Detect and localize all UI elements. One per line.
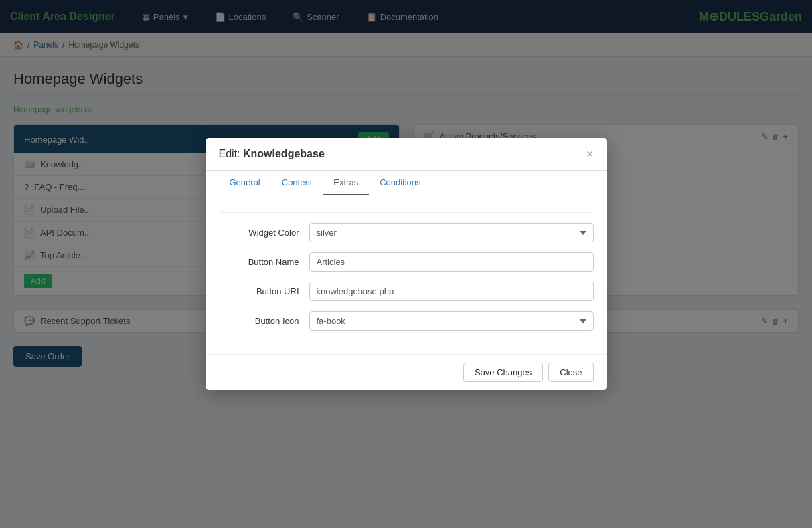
modal-body: Widget Color silver blue green red defau… — [206, 195, 607, 354]
widget-color-select[interactable]: silver blue green red default — [309, 223, 594, 242]
modal-overlay: Edit: Knowledgebase × General Content Ex… — [0, 0, 812, 380]
button-name-group: Button Name — [219, 252, 594, 272]
modal-footer: Save Changes Close — [206, 354, 607, 380]
button-uri-group: Button URI — [219, 282, 594, 301]
divider — [219, 212, 594, 213]
tab-general[interactable]: General — [219, 171, 271, 195]
button-icon-label: Button Icon — [219, 316, 299, 326]
close-button[interactable]: Close — [548, 363, 593, 380]
button-name-input[interactable] — [309, 252, 594, 272]
tab-content[interactable]: Content — [271, 171, 323, 195]
modal-tabs: General Content Extras Conditions — [206, 171, 607, 195]
tab-extras[interactable]: Extras — [323, 171, 369, 195]
tab-conditions[interactable]: Conditions — [369, 171, 431, 195]
button-icon-select[interactable]: fa-book fa-star fa-cog fa-home fa-user — [309, 311, 594, 331]
modal-title: Edit: Knowledgebase — [219, 148, 325, 160]
modal-header: Edit: Knowledgebase × — [206, 138, 607, 171]
button-icon-group: Button Icon fa-book fa-star fa-cog fa-ho… — [219, 311, 594, 331]
modal-close-button[interactable]: × — [586, 148, 594, 160]
button-name-label: Button Name — [219, 257, 299, 267]
widget-color-label: Widget Color — [219, 228, 299, 238]
button-uri-label: Button URI — [219, 286, 299, 296]
widget-color-group: Widget Color silver blue green red defau… — [219, 223, 594, 242]
button-uri-input[interactable] — [309, 282, 594, 301]
save-changes-button[interactable]: Save Changes — [463, 363, 543, 380]
modal-dialog: Edit: Knowledgebase × General Content Ex… — [206, 138, 607, 380]
